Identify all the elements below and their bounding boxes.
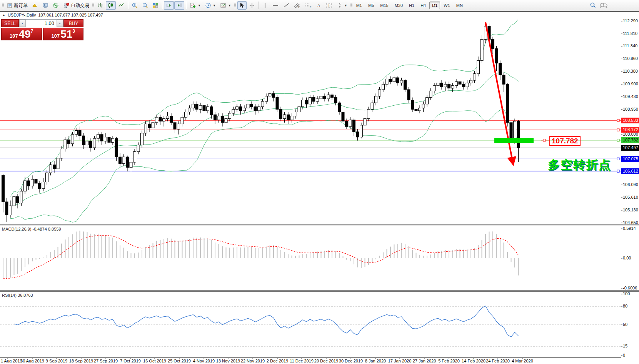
signals-button[interactable]	[51, 1, 61, 10]
date-tick-label: 27 Sep 2019	[94, 359, 118, 363]
indicators-button[interactable]: ▼	[188, 1, 203, 10]
tile-windows-button[interactable]	[150, 1, 160, 10]
auto-scroll-icon	[166, 2, 172, 8]
zoom-out-button[interactable]	[140, 1, 150, 10]
trendline-button[interactable]	[281, 1, 291, 10]
date-tick-label: 1 Aug 2019	[1, 359, 22, 363]
trendline-icon	[283, 2, 289, 8]
fibonacci-button[interactable]: F	[303, 1, 314, 10]
toolbar-separator	[128, 2, 128, 9]
profile-icon	[42, 2, 48, 8]
axis-tick-label: 105.130	[623, 208, 638, 212]
zoom-in-button[interactable]	[130, 1, 140, 10]
toolbar-separator	[162, 2, 162, 9]
date-tick-label: 13 Nov 2019	[216, 359, 240, 363]
sell-button[interactable]: SELL	[1, 19, 19, 27]
chart-title-bar: ▲ USDJPY-,Daily 107.061 107.677 107.025 …	[2, 13, 103, 17]
date-tick-label: 17 Jan 2020	[388, 359, 412, 363]
date-tick-label: 24 Feb 2020	[486, 359, 510, 363]
toolbar-grip	[234, 2, 236, 9]
volume-increase-button[interactable]: ▲	[57, 20, 63, 27]
crosshair-button[interactable]	[247, 1, 257, 10]
indicators-icon	[190, 2, 196, 8]
bar-chart-button[interactable]	[95, 1, 105, 10]
tf-button-M15[interactable]: M15	[377, 2, 391, 9]
new-order-button[interactable]: 新订单	[5, 1, 30, 10]
periods-button[interactable]: ▼	[203, 1, 218, 10]
date-tick-label: 16 Oct 2019	[143, 359, 166, 363]
sell-price-panel[interactable]: 107 49 7	[1, 28, 42, 40]
date-tick-label: 4 Nov 2019	[193, 359, 215, 363]
window-border	[0, 11, 639, 12]
bar-chart-icon	[97, 2, 103, 8]
toolbar-grip	[2, 2, 4, 9]
arrows-icon	[337, 2, 343, 8]
axis-tick-label: 111.810	[623, 31, 637, 36]
macd-name: MACD(12,26,9)	[2, 227, 31, 231]
toolbar: 新订单 自动交易 ▼ ▼	[0, 0, 639, 11]
toolbar-grip	[92, 2, 94, 9]
arrows-button[interactable]: ▼	[335, 1, 349, 10]
axis-tick-label: -0.6006	[623, 286, 637, 290]
text-button[interactable]: A	[314, 1, 323, 10]
price-line-badge: 107.782	[621, 137, 639, 143]
candlestick-chart-icon	[108, 2, 114, 8]
vertical-line-button[interactable]	[260, 1, 270, 10]
one-click-trading-panel: SELL ▼ 1.00 ▲ BUY 107 49 7 107 51 3	[1, 19, 83, 40]
axis-tick-label: 0.5914	[623, 226, 636, 231]
collapse-icon[interactable]: ▲	[2, 13, 5, 17]
charts-button[interactable]	[30, 1, 40, 10]
candlestick-chart-button[interactable]	[106, 1, 116, 10]
pane-divider-macd[interactable]	[0, 224, 639, 226]
axis-tick-label: 15	[623, 344, 627, 348]
chart-shift-button[interactable]	[174, 1, 184, 10]
templates-button[interactable]: ▼	[218, 1, 233, 10]
chat-icon[interactable]	[599, 2, 608, 9]
horizontal-line-button[interactable]	[270, 1, 281, 10]
tf-button-MN[interactable]: MN	[454, 2, 465, 9]
new-order-label: 新订单	[14, 2, 28, 9]
date-tick-label: 14 Feb 2020	[462, 359, 486, 363]
equidistant-channel-icon: E	[294, 2, 300, 8]
date-tick-label: 18 Sep 2019	[69, 359, 93, 363]
tf-button-W1[interactable]: W1	[441, 2, 453, 9]
date-tick-label: 22 Nov 2019	[241, 359, 265, 363]
new-order-icon	[7, 3, 13, 8]
axis-tick-label: 80	[623, 304, 627, 308]
buy-price-panel[interactable]: 107 51 3	[43, 28, 84, 40]
tf-button-H4[interactable]: H4	[418, 2, 429, 9]
tf-button-H1[interactable]: H1	[406, 2, 417, 9]
auto-scroll-button[interactable]	[164, 1, 174, 10]
svg-text:A: A	[317, 3, 321, 8]
text-icon: A	[316, 2, 321, 8]
volume-stepper: ▼ 1.00 ▲	[19, 19, 63, 27]
profile-button[interactable]	[40, 1, 50, 10]
charts-icon	[32, 2, 38, 8]
equidistant-channel-button[interactable]: E	[292, 1, 302, 10]
svg-text:F: F	[310, 6, 311, 8]
date-tick-label: 27 Jan 2020	[413, 359, 436, 363]
chart-canvas[interactable]	[0, 0, 639, 364]
tf-button-D1[interactable]: D1	[429, 2, 440, 9]
price-callout[interactable]: 107.782	[549, 136, 581, 146]
tf-button-M1[interactable]: M1	[354, 2, 365, 9]
trend-annotation[interactable]: 多空转折点	[548, 157, 611, 173]
autotrade-label: 自动交易	[71, 2, 89, 9]
buy-button[interactable]: BUY	[63, 19, 83, 27]
vertical-line-icon	[263, 2, 267, 8]
indicators-caret: ▼	[198, 4, 201, 7]
volume-value[interactable]: 1.00	[26, 20, 57, 27]
pane-divider-rsi[interactable]	[0, 290, 639, 292]
tf-button-M30[interactable]: M30	[392, 2, 405, 9]
svg-text:T: T	[328, 3, 330, 8]
toolbar-separator	[186, 2, 186, 9]
autotrade-button[interactable]: 自动交易	[61, 1, 91, 10]
cursor-button[interactable]	[237, 1, 247, 10]
search-icon[interactable]	[589, 2, 596, 9]
line-chart-button[interactable]	[116, 1, 126, 10]
tf-button-M5[interactable]: M5	[365, 2, 377, 9]
date-tick-label: 30 Dec 2019	[339, 359, 363, 363]
volume-decrease-button[interactable]: ▼	[19, 20, 26, 27]
text-label-button[interactable]: T	[324, 1, 334, 10]
arrows-caret: ▼	[344, 4, 347, 7]
